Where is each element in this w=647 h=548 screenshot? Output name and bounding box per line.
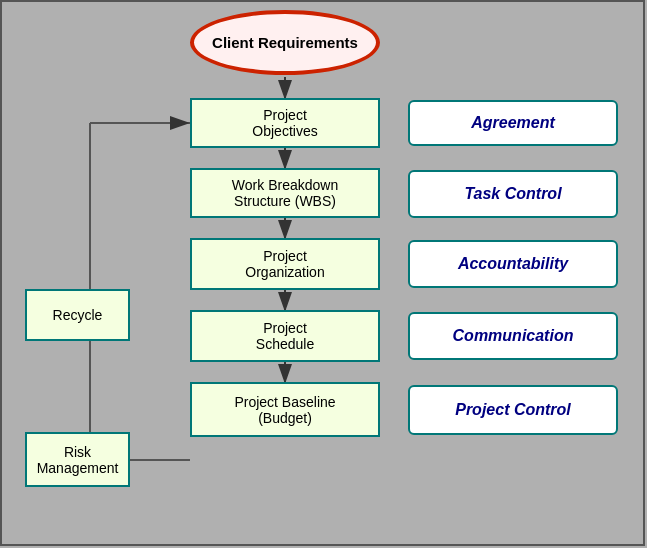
task-control-label-box: Task Control (408, 170, 618, 218)
project-objectives-node: ProjectObjectives (190, 98, 380, 148)
accountability-label-box: Accountability (408, 240, 618, 288)
project-objectives-label: ProjectObjectives (252, 107, 317, 139)
project-schedule-label: ProjectSchedule (256, 320, 314, 352)
agreement-label: Agreement (471, 114, 555, 132)
task-control-label: Task Control (464, 185, 561, 203)
accountability-label: Accountability (458, 255, 568, 273)
agreement-label-box: Agreement (408, 100, 618, 146)
project-organization-label: ProjectOrganization (245, 248, 324, 280)
recycle-node: Recycle (25, 289, 130, 341)
recycle-label: Recycle (53, 307, 103, 323)
project-control-label-box: Project Control (408, 385, 618, 435)
risk-management-label: RiskManagement (37, 444, 119, 476)
project-control-label: Project Control (455, 401, 571, 419)
communication-label-box: Communication (408, 312, 618, 360)
project-schedule-node: ProjectSchedule (190, 310, 380, 362)
project-baseline-label: Project Baseline(Budget) (234, 394, 335, 426)
client-requirements-node: Client Requirements (190, 10, 380, 75)
risk-management-node: RiskManagement (25, 432, 130, 487)
project-organization-node: ProjectOrganization (190, 238, 380, 290)
wbs-label: Work BreakdownStructure (WBS) (232, 177, 338, 209)
project-baseline-node: Project Baseline(Budget) (190, 382, 380, 437)
communication-label: Communication (453, 327, 574, 345)
client-requirements-label: Client Requirements (212, 34, 358, 51)
wbs-node: Work BreakdownStructure (WBS) (190, 168, 380, 218)
